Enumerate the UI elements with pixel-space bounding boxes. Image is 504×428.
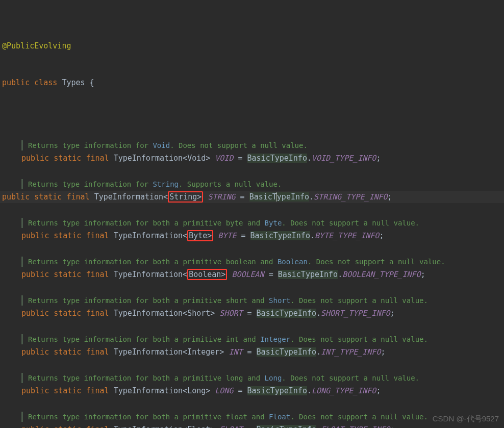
redbox-highlight: Byte> xyxy=(187,230,213,241)
semicolon: ; xyxy=(390,309,395,318)
kw-static: static xyxy=(54,270,81,279)
field-block: Returns type information for both a prim… xyxy=(2,216,502,242)
dot: . xyxy=(338,270,342,279)
doc-pre: Returns type information for both a prim… xyxy=(28,219,226,227)
doc-link: Integer xyxy=(260,335,290,343)
doc-post: . Does not support a null value. xyxy=(282,374,419,382)
rhs-const: INT_TYPE_INFO xyxy=(321,347,381,357)
kw-public: public xyxy=(2,78,30,87)
type-information: TypeInformation xyxy=(114,154,183,163)
equals: = xyxy=(233,386,247,395)
doc-bar-icon xyxy=(21,257,23,267)
doc-link: Short xyxy=(269,296,290,305)
field-block: Returns type information for Void. Does … xyxy=(2,139,502,164)
kw-static: static xyxy=(54,425,81,428)
kw-public: public xyxy=(21,309,49,318)
rhs-const: LONG_TYPE_INFO xyxy=(312,386,376,395)
doc-pre: Returns type information for both a prim… xyxy=(28,296,226,305)
basic-type-info: BasicTypeInfo xyxy=(257,309,316,318)
doc-pre: Returns type information for xyxy=(28,141,153,149)
equals: = xyxy=(243,309,257,318)
basic-type-info: BasicTypeInfo xyxy=(278,270,338,279)
generic-type: Long xyxy=(187,386,206,395)
basic-type-info: BasicTypeInfo xyxy=(257,425,316,428)
type-information: TypeInformation xyxy=(114,347,183,357)
field-block: Returns type information for both a prim… xyxy=(2,333,502,358)
equals: = xyxy=(236,231,250,240)
kw-public: public xyxy=(21,154,49,163)
equals: = xyxy=(236,192,249,202)
kw-class: class xyxy=(34,78,57,87)
kw-public: public xyxy=(21,231,49,240)
code-editor[interactable]: @PublicEvolving public class Types { Ret… xyxy=(0,0,504,428)
doc-bar-icon xyxy=(21,412,23,422)
doc-link: Boolean xyxy=(278,258,308,266)
kw-final: final xyxy=(86,309,109,318)
generic-type: Short xyxy=(187,309,210,318)
rhs-const: BYTE_TYPE_INFO xyxy=(315,231,379,240)
doc-link: Void xyxy=(153,141,170,149)
doc-mid: and xyxy=(243,374,264,382)
const-name: INT xyxy=(229,347,242,357)
basic-type-info: BasicT xyxy=(249,192,277,202)
kw-public: public xyxy=(21,270,49,279)
equals: = xyxy=(264,270,278,279)
doc-bar-icon xyxy=(21,295,23,306)
type-information: TypeInformation xyxy=(114,425,183,428)
doc-prim: float xyxy=(226,413,247,421)
doc-prim: int xyxy=(226,335,239,343)
doc-post: . Does not support a null value. xyxy=(290,413,428,421)
doc-text: Returns type information for both a prim… xyxy=(28,334,428,345)
doc-pre: Returns type information for both a prim… xyxy=(28,335,226,343)
doc-bar-icon xyxy=(21,334,23,344)
doc-line: Returns type information for both a prim… xyxy=(2,294,502,307)
kw-static: static xyxy=(54,347,81,357)
basic-type-info: BasicTypeInfo xyxy=(257,347,316,357)
doc-text: Returns type information for both a prim… xyxy=(28,295,428,306)
type-information: TypeInformation xyxy=(94,192,163,202)
kw-final: final xyxy=(86,347,109,357)
doc-bar-icon xyxy=(21,218,23,228)
semicolon: ; xyxy=(388,192,392,202)
field-decl-line: public static final TypeInformation<Floa… xyxy=(2,423,502,428)
doc-text: Returns type information for both a prim… xyxy=(28,256,445,267)
field-block: Returns type information for String. Sup… xyxy=(2,178,502,203)
kw-static: static xyxy=(54,154,81,163)
type-information: TypeInformation xyxy=(114,231,183,240)
field-decl-line: public static final TypeInformation<Void… xyxy=(2,152,502,164)
const-name: SHORT xyxy=(219,309,242,318)
kw-final: final xyxy=(86,154,109,163)
field-decl-line: public static final TypeInformation<Long… xyxy=(2,385,502,397)
const-name: VOID xyxy=(215,154,233,163)
doc-mid: and xyxy=(247,413,269,421)
annotation-line: @PublicEvolving xyxy=(2,40,502,52)
field-block: Returns type information for both a prim… xyxy=(2,410,502,428)
doc-line: Returns type information for Void. Does … xyxy=(2,139,502,152)
field-decl-line: public static final TypeInformation<Bool… xyxy=(2,268,502,281)
basic-type-info-cont: ypeInfo xyxy=(277,192,309,202)
equals: = xyxy=(233,154,247,163)
redbox-highlight: Boolean> xyxy=(187,269,227,280)
doc-prim: short xyxy=(226,296,247,305)
generic-type: Integer xyxy=(187,347,219,357)
doc-post: . Does not support a null value. xyxy=(308,258,445,266)
doc-link: Float xyxy=(269,413,290,421)
rhs-const: FLOAT_TYPE_INFO xyxy=(321,425,390,428)
doc-bar-icon xyxy=(21,179,23,189)
doc-mid: and xyxy=(239,335,260,343)
const-name: STRING xyxy=(208,192,235,202)
kw-final: final xyxy=(86,231,109,240)
kw-final: final xyxy=(86,270,109,279)
doc-text: Returns type information for both a prim… xyxy=(28,217,419,229)
const-name: FLOAT xyxy=(219,425,242,428)
entries-container: Returns type information for Void. Does … xyxy=(2,139,502,428)
field-decl-line: public static final TypeInformation<Byte… xyxy=(2,230,502,242)
doc-text: Returns type information for both a prim… xyxy=(28,411,428,422)
generic-type: Void xyxy=(187,154,206,163)
kw-public: public xyxy=(21,425,49,428)
doc-prim: boolean xyxy=(226,258,256,266)
class-name-text: Types xyxy=(62,78,85,87)
const-name: BOOLEAN xyxy=(232,270,264,279)
basic-type-info: BasicTypeInfo xyxy=(250,231,310,240)
rhs-const: BOOLEAN_TYPE_INFO xyxy=(342,270,421,279)
